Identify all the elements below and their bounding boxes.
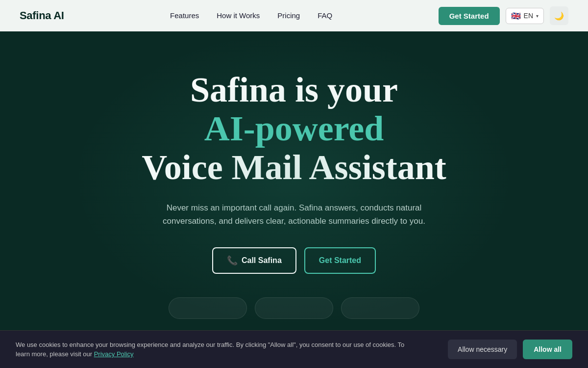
allow-all-button[interactable]: Allow all [523, 340, 572, 359]
hero-subtitle: Never miss an important call again. Safi… [157, 201, 431, 228]
nav-faq[interactable]: FAQ [318, 11, 332, 20]
theme-toggle-button[interactable]: 🌙 [550, 6, 568, 25]
hero-title-line3: Voice Mail Assistant [142, 148, 446, 187]
lang-code: EN [524, 12, 533, 20]
hero-pill-1 [169, 297, 247, 319]
hero-title: Safina is your AI-powered Voice Mail Ass… [142, 71, 446, 187]
nav-pricing[interactable]: Pricing [277, 11, 300, 20]
navbar-right: Get Started 🇬🇧 EN ▾ 🌙 [439, 6, 568, 25]
nav-links: Features How it Works Pricing FAQ [170, 11, 332, 20]
chevron-down-icon: ▾ [536, 13, 539, 19]
phone-icon: 📞 [227, 255, 238, 266]
navbar: Safina AI Features How it Works Pricing … [0, 0, 588, 31]
hero-feature-pills [169, 297, 419, 319]
hero-get-started-button[interactable]: Get Started [304, 247, 376, 274]
nav-get-started-button[interactable]: Get Started [439, 7, 500, 25]
hero-section: Safina is your AI-powered Voice Mail Ass… [0, 31, 588, 368]
allow-necessary-button[interactable]: Allow necessary [448, 340, 517, 359]
hero-buttons: 📞 Call Safina Get Started [212, 247, 376, 274]
language-selector[interactable]: 🇬🇧 EN ▾ [506, 8, 544, 24]
call-safina-button[interactable]: 📞 Call Safina [212, 247, 296, 274]
cookie-buttons: Allow necessary Allow all [448, 340, 572, 359]
nav-how-it-works[interactable]: How it Works [217, 11, 260, 20]
site-logo[interactable]: Safina AI [20, 9, 64, 22]
flag-icon: 🇬🇧 [511, 11, 521, 21]
privacy-policy-link[interactable]: Privacy Policy [94, 350, 134, 358]
hero-title-line2: AI-powered [142, 109, 446, 148]
hero-pill-2 [255, 297, 333, 319]
cookie-banner: We use cookies to enhance your browsing … [0, 330, 588, 368]
nav-features[interactable]: Features [170, 11, 199, 20]
moon-icon: 🌙 [554, 11, 564, 21]
hero-title-line1: Safina is your [142, 71, 446, 109]
cookie-text: We use cookies to enhance your browsing … [16, 340, 417, 359]
hero-pill-3 [341, 297, 419, 319]
